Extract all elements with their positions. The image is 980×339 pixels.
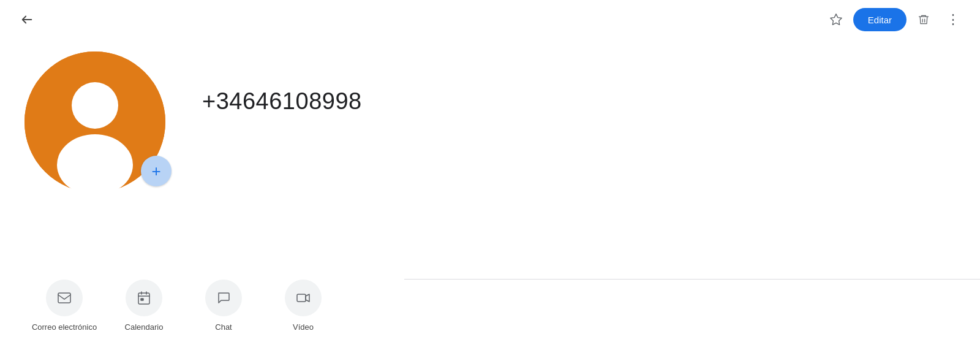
add-photo-button[interactable]: +	[141, 156, 172, 186]
calendar-icon-circle	[126, 280, 162, 316]
email-icon	[57, 291, 72, 305]
svg-rect-6	[297, 294, 306, 302]
page-container: Editar ⋮	[0, 0, 980, 339]
actions-row: Correo electrónico Calendario	[0, 280, 980, 339]
video-label: Vídeo	[293, 322, 314, 332]
video-icon	[296, 291, 311, 305]
top-bar: Editar ⋮	[0, 0, 980, 39]
more-button[interactable]: ⋮	[941, 7, 965, 32]
calendar-label: Calendario	[125, 322, 164, 332]
back-button[interactable]	[15, 7, 39, 32]
star-icon	[829, 13, 843, 26]
email-icon-circle	[46, 280, 83, 316]
contact-info: +34646108998	[202, 51, 362, 115]
action-item-email[interactable]: Correo electrónico	[24, 280, 104, 332]
star-button[interactable]	[824, 7, 848, 32]
avatar-section: +	[24, 51, 165, 192]
back-arrow-icon	[20, 13, 34, 26]
more-icon: ⋮	[946, 13, 960, 26]
email-label: Correo electrónico	[32, 322, 97, 332]
delete-icon	[918, 13, 930, 26]
action-item-video[interactable]: Vídeo	[263, 280, 343, 332]
action-item-calendar[interactable]: Calendario	[104, 280, 184, 332]
chat-icon-circle	[205, 280, 242, 316]
top-bar-actions: Editar ⋮	[824, 7, 965, 32]
main-content: + +34646108998	[0, 39, 980, 205]
phone-number: +34646108998	[202, 88, 362, 115]
action-item-chat[interactable]: Chat	[184, 280, 263, 332]
chat-label: Chat	[215, 322, 232, 332]
calendar-icon	[137, 291, 151, 305]
svg-rect-3	[58, 293, 70, 303]
video-icon-circle	[285, 280, 322, 316]
delete-button[interactable]	[911, 7, 936, 32]
plus-icon: +	[151, 162, 160, 181]
bottom-section: Correo electrónico Calendario	[0, 279, 980, 339]
chat-icon	[216, 291, 231, 305]
svg-rect-4	[138, 293, 149, 304]
edit-button-label: Editar	[868, 15, 892, 25]
edit-button[interactable]: Editar	[853, 8, 907, 31]
svg-rect-5	[141, 299, 143, 300]
svg-point-1	[72, 82, 118, 129]
